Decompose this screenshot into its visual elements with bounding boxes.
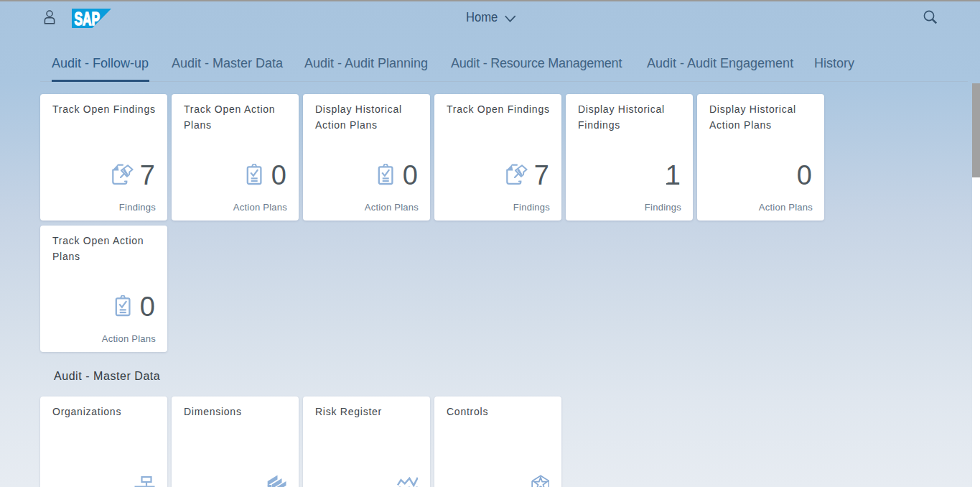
svg-text:SAP: SAP <box>74 9 99 28</box>
